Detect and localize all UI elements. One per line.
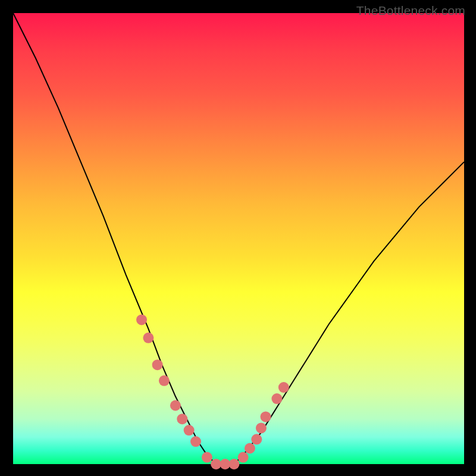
- marker-point: [228, 459, 239, 469]
- chart-svg: [13, 13, 464, 464]
- marker-point: [238, 452, 249, 463]
- marker-point: [278, 382, 289, 393]
- watermark-label: TheBottleneck.com: [356, 4, 465, 18]
- marker-group: [136, 314, 289, 469]
- marker-point: [177, 414, 187, 424]
- marker-point: [202, 452, 212, 463]
- marker-point: [245, 443, 255, 454]
- marker-point: [136, 314, 147, 325]
- marker-point: [256, 422, 267, 433]
- marker-point: [170, 400, 181, 411]
- marker-point: [152, 359, 163, 370]
- bottleneck-curve: [13, 13, 464, 464]
- marker-point: [184, 425, 195, 436]
- plot-area: [13, 13, 464, 464]
- marker-point: [251, 434, 262, 444]
- marker-point: [190, 436, 201, 447]
- marker-point: [159, 375, 170, 386]
- marker-point: [143, 333, 154, 343]
- marker-point: [261, 411, 271, 422]
- marker-point: [271, 393, 282, 404]
